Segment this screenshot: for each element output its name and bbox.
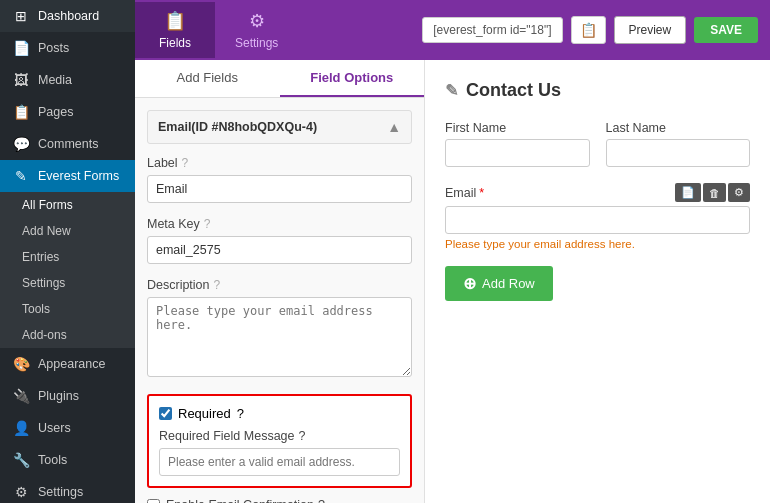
shortcode-display: [everest_form id="18"] <box>422 17 562 43</box>
posts-icon: 📄 <box>12 40 30 56</box>
email-settings-button[interactable]: ⚙ <box>728 183 750 202</box>
first-name-label: First Name <box>445 121 590 135</box>
form-preview-title: ✎ Contact Us <box>445 80 750 101</box>
sidebar-item-dashboard[interactable]: ⊞ Dashboard <box>0 0 135 32</box>
sidebar-item-appearance[interactable]: 🎨 Appearance <box>0 348 135 380</box>
first-name-field: First Name <box>445 121 590 167</box>
plugins-icon: 🔌 <box>12 388 30 404</box>
meta-key-label: Meta Key ? <box>147 217 412 231</box>
sidebar-item-tools-bottom[interactable]: 🔧 Tools <box>0 444 135 476</box>
required-help-icon[interactable]: ? <box>237 406 244 421</box>
add-row-button[interactable]: ⊕ Add Row <box>445 266 553 301</box>
main-area: 📋 Fields ⚙ Settings [everest_form id="18… <box>135 0 770 503</box>
left-panel: Add Fields Field Options Email(ID #N8hob… <box>135 60 425 503</box>
media-icon: 🖼 <box>12 72 30 88</box>
sidebar-item-settings-bottom[interactable]: ⚙ Settings <box>0 476 135 503</box>
last-name-label: Last Name <box>606 121 751 135</box>
meta-key-group: Meta Key ? <box>147 217 412 264</box>
users-icon: 👤 <box>12 420 30 436</box>
fields-tab-icon: 📋 <box>164 10 186 32</box>
description-help-icon[interactable]: ? <box>214 278 221 292</box>
sidebar-item-pages[interactable]: 📋 Pages <box>0 96 135 128</box>
title-edit-icon[interactable]: ✎ <box>445 81 458 100</box>
preview-row-1: First Name Last Name <box>445 121 750 167</box>
email-field-actions: 📄 🗑 ⚙ <box>675 183 750 202</box>
email-copy-button[interactable]: 📄 <box>675 183 701 202</box>
required-message-label: Required Field Message ? <box>159 429 400 443</box>
save-button[interactable]: SAVE <box>694 17 758 43</box>
copy-icon: 📋 <box>580 22 597 38</box>
preview-button[interactable]: Preview <box>614 16 687 44</box>
tools-icon: 🔧 <box>12 452 30 468</box>
panel-body: Email(ID #N8hobQDXQu-4) ▲ Label ? Meta K… <box>135 98 424 503</box>
last-name-input[interactable] <box>606 139 751 167</box>
email-hint: Please type your email address here. <box>445 238 750 250</box>
email-field-label: Email * <box>445 186 484 200</box>
dashboard-icon: ⊞ <box>12 8 30 24</box>
email-confirm-row: Enable Email Confirmation ? <box>147 498 412 503</box>
sidebar-item-settings[interactable]: Settings <box>0 270 135 296</box>
tab-field-options[interactable]: Field Options <box>280 60 425 97</box>
sidebar-item-all-forms[interactable]: All Forms <box>0 192 135 218</box>
plus-icon: ⊕ <box>463 274 476 293</box>
sidebar-item-comments[interactable]: 💬 Comments <box>0 128 135 160</box>
topbar-actions: [everest_form id="18"] 📋 Preview SAVE <box>422 16 770 44</box>
everest-forms-icon: ✎ <box>12 168 30 184</box>
sidebar-item-plugins[interactable]: 🔌 Plugins <box>0 380 135 412</box>
label-input[interactable] <box>147 175 412 203</box>
email-field-header: Email * 📄 🗑 ⚙ <box>445 183 750 202</box>
meta-key-input[interactable] <box>147 236 412 264</box>
email-confirm-help-icon[interactable]: ? <box>318 498 325 503</box>
required-checkbox[interactable] <box>159 407 172 420</box>
required-row: Required ? <box>159 406 400 421</box>
required-message-help-icon[interactable]: ? <box>299 429 306 443</box>
sidebar-item-tools[interactable]: Tools <box>0 296 135 322</box>
sidebar-item-addons[interactable]: Add-ons <box>0 322 135 348</box>
email-delete-button[interactable]: 🗑 <box>703 183 726 202</box>
comments-icon: 💬 <box>12 136 30 152</box>
meta-key-help-icon[interactable]: ? <box>204 217 211 231</box>
sidebar: ⊞ Dashboard 📄 Posts 🖼 Media 📋 Pages 💬 Co… <box>0 0 135 503</box>
right-panel: ✎ Contact Us First Name Last Name Emai <box>425 60 770 503</box>
first-name-input[interactable] <box>445 139 590 167</box>
tab-add-fields[interactable]: Add Fields <box>135 60 280 97</box>
topbar: 📋 Fields ⚙ Settings [everest_form id="18… <box>135 0 770 60</box>
settings-tab-icon: ⚙ <box>249 10 265 32</box>
email-preview-input[interactable] <box>445 206 750 234</box>
description-textarea[interactable] <box>147 297 412 377</box>
label-group: Label ? <box>147 156 412 203</box>
sidebar-item-posts[interactable]: 📄 Posts <box>0 32 135 64</box>
appearance-icon: 🎨 <box>12 356 30 372</box>
field-header: Email(ID #N8hobQDXQu-4) ▲ <box>147 110 412 144</box>
description-label: Description ? <box>147 278 412 292</box>
email-confirm-label: Enable Email Confirmation ? <box>166 498 325 503</box>
label-help-icon[interactable]: ? <box>182 156 189 170</box>
chevron-up-icon: ▲ <box>387 119 401 135</box>
sidebar-submenu: All Forms Add New Entries Settings Tools… <box>0 192 135 348</box>
tab-fields[interactable]: 📋 Fields <box>135 2 215 58</box>
email-confirm-checkbox[interactable] <box>147 499 160 504</box>
pages-icon: 📋 <box>12 104 30 120</box>
panel-tabs: Add Fields Field Options <box>135 60 424 98</box>
settings-icon: ⚙ <box>12 484 30 500</box>
tab-settings[interactable]: ⚙ Settings <box>215 2 298 58</box>
label-field-label: Label ? <box>147 156 412 170</box>
sidebar-item-media[interactable]: 🖼 Media <box>0 64 135 96</box>
email-preview-container: Email * 📄 🗑 ⚙ Please type your email add… <box>445 183 750 250</box>
copy-shortcode-button[interactable]: 📋 <box>571 16 606 44</box>
required-section: Required ? Required Field Message ? <box>147 394 412 488</box>
last-name-field: Last Name <box>606 121 751 167</box>
sidebar-item-add-new[interactable]: Add New <box>0 218 135 244</box>
description-group: Description ? <box>147 278 412 380</box>
sidebar-item-everest-forms[interactable]: ✎ Everest Forms <box>0 160 135 192</box>
sidebar-item-users[interactable]: 👤 Users <box>0 412 135 444</box>
content-area: Add Fields Field Options Email(ID #N8hob… <box>135 60 770 503</box>
sidebar-item-entries[interactable]: Entries <box>0 244 135 270</box>
required-message-input[interactable] <box>159 448 400 476</box>
required-star: * <box>479 186 484 200</box>
